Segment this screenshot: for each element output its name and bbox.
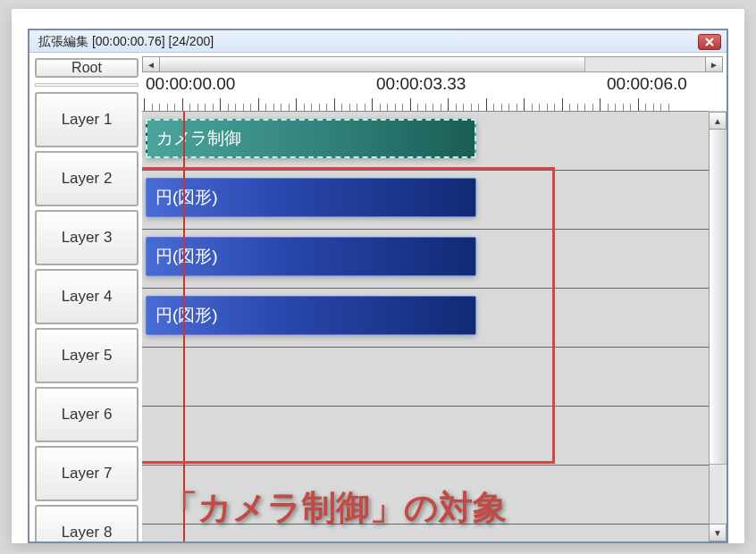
vscroll-thumb[interactable] xyxy=(710,130,727,465)
shape-clip[interactable]: 円(図形) xyxy=(146,296,476,335)
layer-label-5[interactable]: Layer 5 xyxy=(35,328,139,383)
track-row-1[interactable]: カメラ制御 xyxy=(142,112,727,171)
window-title: 拡張編集 [00:00:00.76] [24/200] xyxy=(38,34,698,50)
vscroll-down-button[interactable]: ▼ xyxy=(709,524,727,541)
audio-meter xyxy=(35,83,139,87)
shape-clip[interactable]: 円(図形) xyxy=(146,178,476,217)
timeline-window: 拡張編集 [00:00:00.76] [24/200] Root Layer 1… xyxy=(28,29,728,543)
right-column: ◄ ► 00:00:00.00 00:00:03.33 00:00:06.0 カ… xyxy=(142,53,727,541)
root-button[interactable]: Root xyxy=(35,58,139,78)
vscroll-up-button[interactable]: ▲ xyxy=(709,112,727,130)
tracks-area[interactable]: カメラ制御円(図形)円(図形)円(図形) 「カメラ制御」の対象 xyxy=(142,112,727,541)
time-label: 00:00:06.0 xyxy=(607,74,687,94)
hscrollbar[interactable]: ◄ ► xyxy=(142,56,723,72)
track-row-2[interactable]: 円(図形) xyxy=(142,171,727,230)
track-row-5[interactable] xyxy=(142,348,727,407)
track-rows: カメラ制御円(図形)円(図形)円(図形) xyxy=(142,112,727,541)
vscrollbar[interactable]: ▲ ▼ xyxy=(709,76,727,541)
close-icon xyxy=(705,38,714,46)
layer-label-6[interactable]: Layer 6 xyxy=(35,387,139,442)
left-column: Root Layer 1Layer 2Layer 3Layer 4Layer 5… xyxy=(29,53,142,541)
ruler-ticks xyxy=(142,98,727,111)
track-row-4[interactable]: 円(図形) xyxy=(142,289,727,348)
hscroll-right-button[interactable]: ► xyxy=(705,56,723,72)
hscroll-track[interactable] xyxy=(160,56,705,72)
camera-control-clip[interactable]: カメラ制御 xyxy=(146,119,476,158)
time-label: 00:00:00.00 xyxy=(146,74,235,94)
time-ruler[interactable]: 00:00:00.00 00:00:03.33 00:00:06.0 xyxy=(142,72,727,112)
titlebar[interactable]: 拡張編集 [00:00:00.76] [24/200] xyxy=(29,30,727,53)
layer-label-2[interactable]: Layer 2 xyxy=(35,151,139,206)
track-row-7[interactable] xyxy=(142,466,727,525)
layer-label-7[interactable]: Layer 7 xyxy=(35,446,139,501)
shape-clip[interactable]: 円(図形) xyxy=(146,237,476,276)
close-button[interactable] xyxy=(698,34,721,50)
layer-label-3[interactable]: Layer 3 xyxy=(35,210,139,265)
content-area: Root Layer 1Layer 2Layer 3Layer 4Layer 5… xyxy=(29,53,727,541)
track-row-6[interactable] xyxy=(142,407,727,466)
layer-labels: Layer 1Layer 2Layer 3Layer 4Layer 5Layer… xyxy=(35,92,139,541)
layer-label-4[interactable]: Layer 4 xyxy=(35,269,139,324)
vscroll-spacer xyxy=(709,76,727,112)
page-wrap: 拡張編集 [00:00:00.76] [24/200] Root Layer 1… xyxy=(12,9,744,543)
layer-label-8[interactable]: Layer 8 xyxy=(35,505,139,541)
track-row-3[interactable]: 円(図形) xyxy=(142,230,727,289)
track-row-8[interactable] xyxy=(142,525,727,541)
time-label: 00:00:03.33 xyxy=(376,74,466,94)
layer-label-1[interactable]: Layer 1 xyxy=(35,92,139,147)
hscroll-left-button[interactable]: ◄ xyxy=(142,56,160,72)
vscroll-track[interactable] xyxy=(709,130,727,524)
hscroll-thumb[interactable] xyxy=(160,57,585,71)
